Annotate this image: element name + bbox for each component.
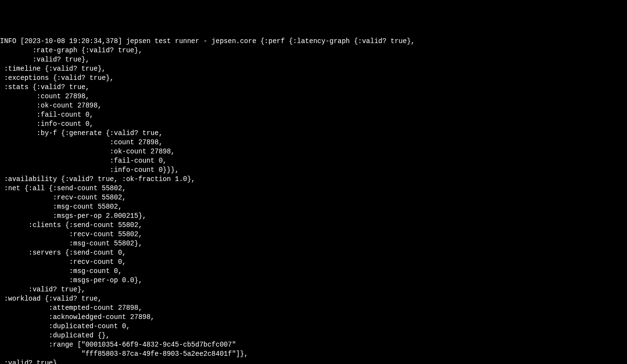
terminal-line: :valid? true}	[0, 359, 627, 364]
terminal-line: :rate-graph {:valid? true},	[0, 46, 627, 55]
terminal-line: :duplicated-count 0,	[0, 322, 627, 331]
terminal-line: :fail-count 0,	[0, 110, 627, 120]
terminal-line: :count 27898,	[0, 138, 627, 147]
terminal-line: :valid? true},	[0, 285, 627, 294]
terminal-line: :clients {:send-count 55802,	[0, 221, 627, 230]
terminal-line: :msgs-per-op 2.000215},	[0, 212, 627, 221]
terminal-line: :msgs-per-op 0.0},	[0, 276, 627, 285]
terminal-line: :fail-count 0,	[0, 156, 627, 166]
terminal-line: :range ["00010354-66f9-4832-9c45-cb5d7bc…	[0, 340, 627, 349]
terminal-line: INFO [2023-10-08 19:20:34,378] jepsen te…	[0, 37, 627, 46]
terminal-line: :msg-count 0,	[0, 267, 627, 276]
terminal-line: :acknowledged-count 27898,	[0, 313, 627, 322]
terminal-line: :count 27898,	[0, 92, 627, 101]
terminal-line: :by-f {:generate {:valid? true,	[0, 129, 627, 138]
terminal-line: :duplicated {},	[0, 331, 627, 340]
terminal-line: :exceptions {:valid? true},	[0, 74, 627, 83]
terminal-line: :servers {:send-count 0,	[0, 248, 627, 258]
terminal-line: :recv-count 55802,	[0, 193, 627, 202]
terminal-line: :ok-count 27898,	[0, 147, 627, 156]
terminal-line: "fff85803-87ca-49fe-8903-5a2ee2c8401f"]}…	[0, 349, 627, 359]
terminal-line: :availability {:valid? true, :ok-fractio…	[0, 175, 627, 184]
terminal-line: :ok-count 27898,	[0, 101, 627, 110]
terminal-output: INFO [2023-10-08 19:20:34,378] jepsen te…	[0, 37, 627, 364]
terminal-line: :timeline {:valid? true},	[0, 64, 627, 74]
terminal-line: :recv-count 0,	[0, 258, 627, 267]
terminal-line: :stats {:valid? true,	[0, 83, 627, 92]
terminal-line: :net {:all {:send-count 55802,	[0, 184, 627, 193]
terminal-line: :info-count 0}}},	[0, 166, 627, 175]
terminal-line: :info-count 0,	[0, 120, 627, 129]
terminal-line: :valid? true},	[0, 55, 627, 64]
terminal-line: :workload {:valid? true,	[0, 294, 627, 303]
terminal-line: :msg-count 55802},	[0, 239, 627, 248]
terminal-line: :attempted-count 27898,	[0, 303, 627, 313]
terminal-line: :recv-count 55802,	[0, 230, 627, 239]
terminal-line: :msg-count 55802,	[0, 202, 627, 212]
